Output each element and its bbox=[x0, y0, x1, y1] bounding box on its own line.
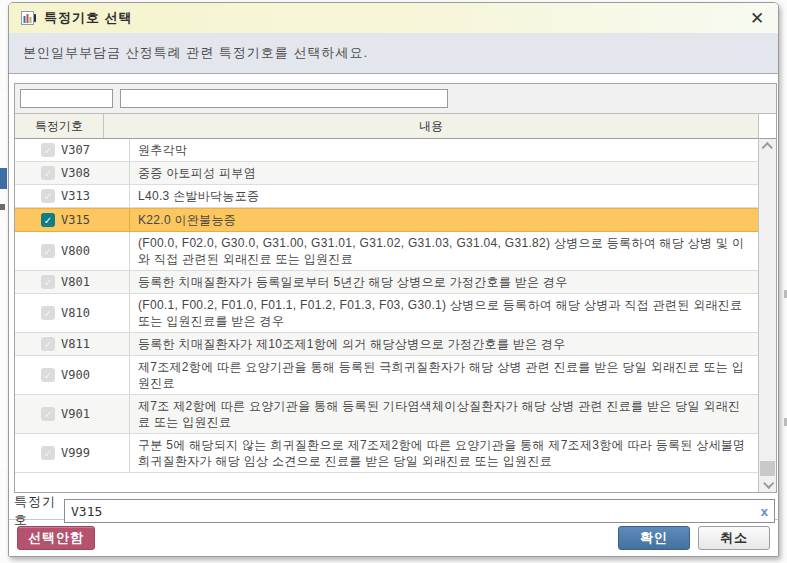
row-code: V901 bbox=[61, 407, 90, 421]
code-filter-input[interactable] bbox=[20, 89, 113, 108]
table-row[interactable]: ✓V307원추각막 bbox=[15, 139, 758, 162]
ok-button[interactable]: 확인 bbox=[618, 526, 690, 550]
scroll-up-button[interactable] bbox=[759, 139, 776, 155]
table-row[interactable]: ✓V315K22.0 이완불능증 bbox=[15, 208, 758, 232]
row-code-cell[interactable]: ✓V900 bbox=[15, 356, 130, 394]
dialog-subtitle: 본인일부부담금 산정특례 관련 특정기호를 선택하세요. bbox=[9, 33, 778, 74]
background-window-fragment bbox=[0, 204, 5, 210]
row-code: V999 bbox=[61, 446, 90, 460]
table-main: 특정기호 내용 ✓V307원추각막✓V308중증 아토피성 피부염✓V313L4… bbox=[15, 114, 758, 492]
row-description[interactable]: (F00.1, F00.2, F01.0, F01.1, F01.2, F01.… bbox=[130, 294, 758, 332]
dialog-content: 특정기호 내용 ✓V307원추각막✓V308중증 아토피성 피부염✓V313L4… bbox=[9, 74, 778, 519]
table-row[interactable]: ✓V810(F00.1, F00.2, F01.0, F01.1, F01.2,… bbox=[15, 294, 758, 333]
checkbox-icon[interactable]: ✓ bbox=[41, 368, 55, 382]
row-description[interactable]: 등록한 치매질환자가 제10조제1항에 의거 해당상병으로 가정간호를 받은 경… bbox=[130, 333, 758, 355]
scrollbar-header-spacer bbox=[759, 114, 776, 139]
checkbox-checked-icon[interactable]: ✓ bbox=[41, 213, 55, 227]
table-row[interactable]: ✓V801등록한 치매질환자가 등록일로부터 5년간 해당 상병으로 가정간호를… bbox=[15, 271, 758, 294]
row-description[interactable]: 제7조 제2항에 따른 요양기관을 통해 등록된 기타염색체이상질환자가 해당 … bbox=[130, 395, 758, 433]
scroll-up-icon bbox=[761, 142, 772, 153]
table-empty-area bbox=[15, 473, 758, 492]
row-code-cell[interactable]: ✓V999 bbox=[15, 434, 130, 472]
scroll-down-icon bbox=[763, 478, 774, 489]
column-header-desc[interactable]: 내용 bbox=[104, 118, 758, 135]
selected-code-value: V315 bbox=[71, 504, 761, 519]
row-description[interactable]: 구분 5에 해당되지 않는 희귀질환으로 제7조제2항에 따른 요양기관을 통해… bbox=[130, 434, 758, 472]
table-row[interactable]: ✓V800(F00.0, F02.0, G30.0, G31.00, G31.0… bbox=[15, 232, 758, 271]
background-window-fragment bbox=[0, 168, 7, 189]
row-code: V800 bbox=[61, 244, 90, 258]
close-icon[interactable]: ✕ bbox=[746, 10, 768, 27]
row-code: V308 bbox=[61, 166, 90, 180]
row-code-cell[interactable]: ✓V315 bbox=[15, 209, 130, 231]
checkbox-icon[interactable]: ✓ bbox=[41, 275, 55, 289]
checkbox-icon[interactable]: ✓ bbox=[41, 143, 55, 157]
column-header-code[interactable]: 특정기호 bbox=[15, 114, 104, 138]
table-row[interactable]: ✓V900제7조제2항에 따른 요양기관을 통해 등록된 극희귀질환자가 해당 … bbox=[15, 356, 758, 395]
table-area: 특정기호 내용 ✓V307원추각막✓V308중증 아토피성 피부염✓V313L4… bbox=[15, 114, 776, 492]
selected-code-input[interactable]: V315 x bbox=[64, 499, 775, 523]
row-code-cell[interactable]: ✓V901 bbox=[15, 395, 130, 433]
screen: 특정기호 선택 ✕ 본인일부부담금 산정특례 관련 특정기호를 선택하세요. 특… bbox=[0, 0, 787, 563]
dialog-title: 특정기호 선택 bbox=[44, 9, 133, 27]
row-code-cell[interactable]: ✓V811 bbox=[15, 333, 130, 355]
row-code: V313 bbox=[61, 189, 90, 203]
table-row[interactable]: ✓V811등록한 치매질환자가 제10조제1항에 의거 해당상병으로 가정간호를… bbox=[15, 333, 758, 356]
scrollbar-track[interactable] bbox=[759, 155, 776, 476]
row-description[interactable]: 원추각막 bbox=[130, 139, 758, 161]
table-body: ✓V307원추각막✓V308중증 아토피성 피부염✓V313L40.3 손발바닥… bbox=[15, 139, 758, 492]
no-select-button[interactable]: 선택안함 bbox=[17, 526, 95, 550]
row-code-cell[interactable]: ✓V307 bbox=[15, 139, 130, 161]
row-code: V307 bbox=[61, 143, 90, 157]
row-code-cell[interactable]: ✓V313 bbox=[15, 185, 130, 207]
checkbox-icon[interactable]: ✓ bbox=[41, 337, 55, 351]
row-description[interactable]: 제7조제2항에 따른 요양기관을 통해 등록된 극희귀질환자가 해당 상병 관련… bbox=[130, 356, 758, 394]
checkbox-icon[interactable]: ✓ bbox=[41, 189, 55, 203]
row-code: V900 bbox=[61, 368, 90, 382]
row-code: V801 bbox=[61, 275, 90, 289]
table-header: 특정기호 내용 bbox=[15, 114, 758, 139]
table-row[interactable]: ✓V308중증 아토피성 피부염 bbox=[15, 162, 758, 185]
row-code-cell[interactable]: ✓V810 bbox=[15, 294, 130, 332]
checkbox-icon[interactable]: ✓ bbox=[41, 407, 55, 421]
row-code-cell[interactable]: ✓V801 bbox=[15, 271, 130, 293]
checkbox-icon[interactable]: ✓ bbox=[41, 446, 55, 460]
code-grid-panel: 특정기호 내용 ✓V307원추각막✓V308중증 아토피성 피부염✓V313L4… bbox=[14, 83, 777, 493]
row-description[interactable]: 등록한 치매질환자가 등록일로부터 5년간 해당 상병으로 가정간호를 받은 경… bbox=[130, 271, 758, 293]
table-row[interactable]: ✓V313L40.3 손발바닥농포증 bbox=[15, 185, 758, 208]
row-code-cell[interactable]: ✓V308 bbox=[15, 162, 130, 184]
scrollbar-thumb[interactable] bbox=[760, 461, 775, 476]
scroll-down-button[interactable] bbox=[759, 476, 776, 492]
checkbox-icon[interactable]: ✓ bbox=[41, 306, 55, 320]
dialog-footer: 선택안함 확인 취소 bbox=[9, 519, 778, 556]
selected-code-field-row: 특정기호 V315 x bbox=[14, 499, 775, 523]
filter-row bbox=[15, 84, 776, 114]
table-row[interactable]: ✓V999구분 5에 해당되지 않는 희귀질환으로 제7조제2항에 따른 요양기… bbox=[15, 434, 758, 473]
scrollbar-column bbox=[758, 114, 776, 492]
selected-code-label: 특정기호 bbox=[14, 493, 64, 529]
row-description[interactable]: K22.0 이완불능증 bbox=[130, 209, 758, 231]
row-code: V810 bbox=[61, 306, 90, 320]
cancel-button[interactable]: 취소 bbox=[698, 526, 770, 550]
row-description[interactable]: 중증 아토피성 피부염 bbox=[130, 162, 758, 184]
row-description[interactable]: L40.3 손발바닥농포증 bbox=[130, 185, 758, 207]
content-filter-input[interactable] bbox=[120, 89, 448, 108]
clear-icon[interactable]: x bbox=[761, 505, 768, 518]
bar-chart-icon bbox=[21, 11, 36, 25]
dialog-titlebar[interactable]: 특정기호 선택 ✕ bbox=[9, 3, 778, 33]
row-code: V315 bbox=[61, 213, 90, 227]
special-code-dialog: 특정기호 선택 ✕ 본인일부부담금 산정특례 관련 특정기호를 선택하세요. 특… bbox=[8, 2, 779, 557]
checkbox-icon[interactable]: ✓ bbox=[41, 244, 55, 258]
row-description[interactable]: (F00.0, F02.0, G30.0, G31.00, G31.01, G3… bbox=[130, 232, 758, 270]
table-row[interactable]: ✓V901제7조 제2항에 따른 요양기관을 통해 등록된 기타염색체이상질환자… bbox=[15, 395, 758, 434]
row-code-cell[interactable]: ✓V800 bbox=[15, 232, 130, 270]
row-code: V811 bbox=[61, 337, 90, 351]
vertical-scrollbar[interactable] bbox=[759, 139, 776, 492]
checkbox-icon[interactable]: ✓ bbox=[41, 166, 55, 180]
